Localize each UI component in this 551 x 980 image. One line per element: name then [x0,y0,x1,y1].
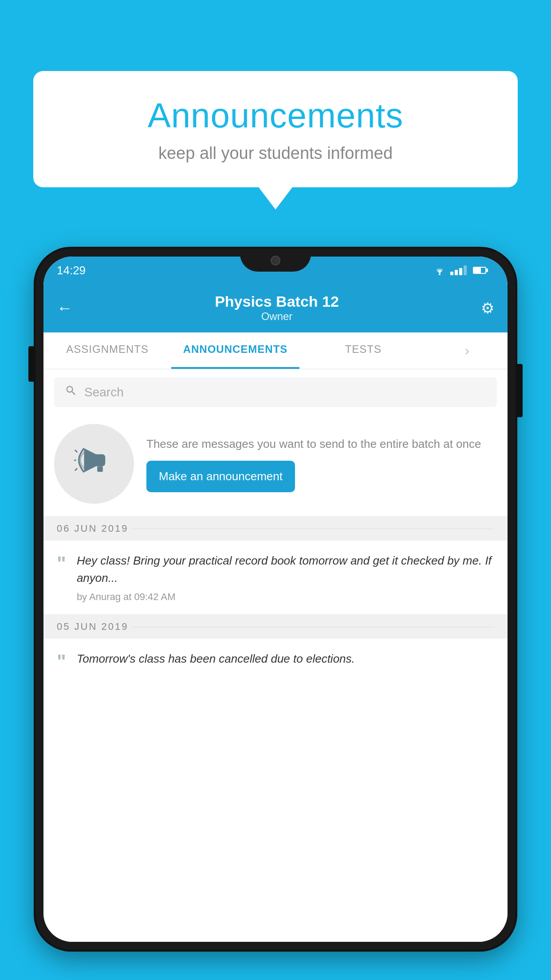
announcement-content-2: Tomorrow's class has been cancelled due … [77,650,494,672]
app-header: ← Physics Batch 12 Owner ⚙ [43,284,508,332]
tab-assignments[interactable]: ASSIGNMENTS [43,332,171,369]
speech-bubble: Announcements keep all your students inf… [33,71,518,187]
header-title-group: Physics Batch 12 Owner [215,293,339,323]
date-divider-2: 05 JUN 2019 [43,615,508,639]
phone-outer: 14:29 [35,249,516,950]
search-bar[interactable]: Search [54,377,497,407]
quote-icon-2: " [57,652,66,672]
announcement-item-2[interactable]: " Tomorrow's class has been cancelled du… [43,639,508,684]
batch-title: Physics Batch 12 [215,293,339,310]
speech-bubble-container: Announcements keep all your students inf… [33,71,518,209]
wifi-icon [433,265,446,275]
svg-line-2 [75,450,77,452]
speech-bubble-title: Announcements [60,95,491,136]
quote-icon-1: " [57,554,66,573]
battery-icon [473,267,486,274]
back-button[interactable]: ← [57,299,73,317]
announcement-item-1[interactable]: " Hey class! Bring your practical record… [43,541,508,615]
tab-announcements[interactable]: ANNOUNCEMENTS [171,332,299,369]
signal-icon [450,265,467,275]
status-time: 14:29 [57,264,86,277]
date-divider-1: 06 JUN 2019 [43,517,508,541]
date-label-1: 06 JUN 2019 [57,523,128,534]
tab-tests[interactable]: TESTS [299,332,427,369]
promo-description: These are messages you want to send to t… [146,435,497,453]
make-announcement-button[interactable]: Make an announcement [146,461,295,492]
search-placeholder: Search [84,385,124,399]
svg-rect-1 [97,466,103,472]
date-label-2: 05 JUN 2019 [57,621,128,632]
announcement-text-2: Tomorrow's class has been cancelled due … [77,650,494,668]
promo-icon-circle [54,424,134,504]
megaphone-icon [74,440,114,487]
phone-camera [271,256,280,265]
speech-bubble-tail [259,187,292,209]
announcement-content-1: Hey class! Bring your practical record b… [77,552,494,603]
tabs-container: ASSIGNMENTS ANNOUNCEMENTS TESTS › [43,332,508,369]
phone-notch [240,249,311,272]
announcement-author-1: by Anurag at 09:42 AM [77,591,494,603]
tab-more[interactable]: › [427,332,508,369]
svg-point-0 [439,273,441,275]
content-area: Search [43,369,508,942]
promo-section: These are messages you want to send to t… [43,415,508,517]
speech-bubble-subtitle: keep all your students informed [60,144,491,163]
settings-icon[interactable]: ⚙ [481,299,494,317]
promo-content: These are messages you want to send to t… [146,435,497,492]
date-line-1 [133,529,494,529]
search-icon [65,384,77,400]
search-container: Search [43,369,508,415]
phone-container: 14:29 [35,249,516,980]
date-line-2 [133,627,494,627]
announcement-text-1: Hey class! Bring your practical record b… [77,552,494,587]
status-icons [433,265,486,275]
batch-subtitle: Owner [215,310,339,323]
svg-line-4 [75,468,77,470]
phone-screen: 14:29 [43,257,508,942]
